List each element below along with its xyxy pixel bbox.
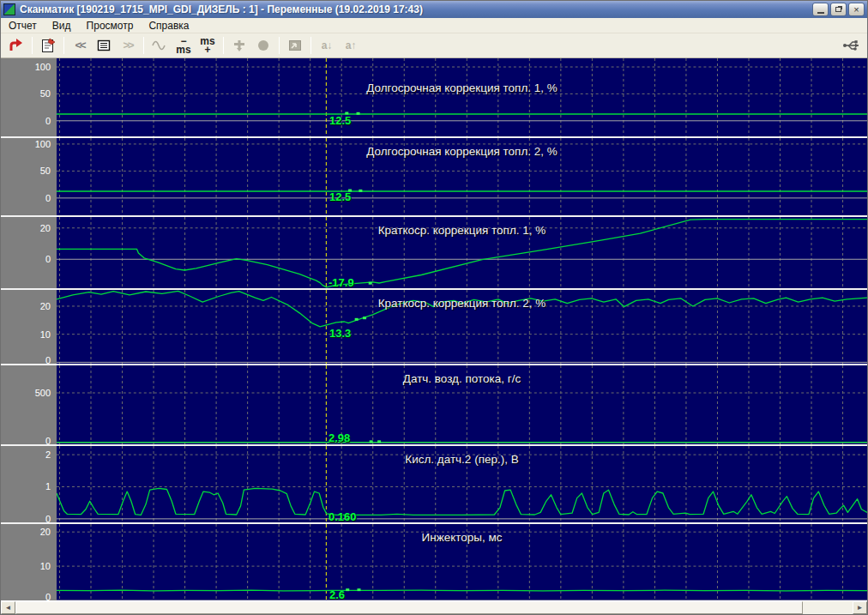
scrollbar-thumb[interactable] <box>15 601 803 614</box>
prev-screen-button[interactable]: << <box>69 35 91 56</box>
y-axis-tick: 0 <box>45 192 51 204</box>
menu-view[interactable]: Вид <box>45 19 79 33</box>
y-axis-gutter-3: 200 <box>1 217 57 288</box>
plus-icon: + <box>204 44 210 56</box>
close-button[interactable]: × <box>848 3 865 16</box>
plot-region-7[interactable]: Инжекторы, мс2.6 <box>57 524 867 600</box>
menu-help[interactable]: Справка <box>141 19 196 33</box>
chart-panel-3: 200Краткоср. коррекция топл. 1, %-17.9 <box>1 217 867 290</box>
crosshair-marker-icon <box>232 39 246 52</box>
font-smaller-icon: a↓ <box>322 41 333 50</box>
chart-panel-2: 100500Долгосрочная коррекция топл. 2, %1… <box>1 138 867 217</box>
image-export-icon <box>288 39 302 51</box>
red-return-arrow-icon <box>9 39 24 52</box>
record-circle-icon <box>256 39 270 52</box>
signal-trace <box>57 590 867 591</box>
chart-panel-7: 20100Инжекторы, мс2.6 <box>1 524 867 600</box>
chart-panel-5: 5000Датч. возд. потока, г/с2.98 <box>1 365 867 446</box>
time-scale-out-button[interactable]: −ms <box>172 35 195 56</box>
snapshot-button[interactable] <box>284 35 306 56</box>
font-larger-button[interactable]: a↑ <box>340 35 362 56</box>
usb-status-button[interactable] <box>841 35 863 56</box>
y-axis-tick: 50 <box>40 87 51 99</box>
scroll-right-button[interactable]: ► <box>853 601 867 614</box>
next-icon: >> <box>123 41 132 50</box>
menu-report[interactable]: Отчет <box>1 19 45 33</box>
toolbar: << >> −ms ms+ <box>1 33 867 58</box>
wave-icon <box>152 39 167 51</box>
y-axis-tick: 20 <box>40 222 51 234</box>
restore-button[interactable] <box>830 3 847 16</box>
y-axis-tick: 20 <box>40 300 51 312</box>
exit-button[interactable] <box>5 35 27 56</box>
y-axis-tick: 10 <box>40 560 51 572</box>
y-axis-tick: 0 <box>45 354 51 366</box>
title-bar: Сканматик [190219_1715_MPI_GDI_ДИЗЕЛЬ : … <box>1 1 867 18</box>
y-axis-gutter-7: 20100 <box>1 524 57 600</box>
y-axis-gutter-4: 20100 <box>1 290 57 364</box>
wave-button[interactable] <box>148 35 171 56</box>
y-axis-gutter-6: 210 <box>1 446 57 522</box>
y-axis-tick: 0 <box>45 513 51 525</box>
toolbar-separator <box>32 37 33 54</box>
toolbar-separator <box>310 37 311 54</box>
y-axis-tick: 1 <box>45 480 51 492</box>
toolbar-separator <box>223 37 224 54</box>
y-axis-tick: 20 <box>40 526 51 538</box>
toolbar-separator <box>279 37 280 54</box>
horizontal-scrollbar: ◄ ► <box>1 600 867 614</box>
plot-region-3[interactable]: Краткоср. коррекция топл. 1, %-17.9 <box>57 217 867 288</box>
app-window: Сканматик [190219_1715_MPI_GDI_ДИЗЕЛЬ : … <box>0 0 868 615</box>
prev-icon: << <box>75 41 84 50</box>
y-axis-gutter-5: 5000 <box>1 365 57 444</box>
chart-panel-4: 20100Краткоср. коррекция топл. 2, %13.3 <box>1 290 867 365</box>
y-axis-tick: 0 <box>45 435 51 447</box>
notepad-icon <box>41 38 56 53</box>
chart-panel-6: 210Кисл. датч.2 (пер.), В0.160 <box>1 446 867 524</box>
signal-trace <box>57 220 867 287</box>
y-axis-tick: 10 <box>40 329 51 341</box>
usb-connector-icon <box>842 38 861 53</box>
scroll-left-icon: ◄ <box>5 604 12 612</box>
scroll-left-button[interactable]: ◄ <box>1 601 15 614</box>
menu-browse[interactable]: Просмотр <box>79 19 142 33</box>
marker-button[interactable] <box>228 35 250 56</box>
minimize-icon <box>817 12 824 14</box>
list-icon <box>97 39 111 51</box>
y-axis-tick: 100 <box>35 61 51 73</box>
app-icon <box>3 3 15 15</box>
window-title: Сканматик [190219_1715_MPI_GDI_ДИЗЕЛЬ : … <box>20 3 811 15</box>
plot-region-2[interactable]: Долгосрочная коррекция топл. 2, %12.5 <box>57 138 867 215</box>
time-scale-in-button[interactable]: ms+ <box>196 35 219 56</box>
y-axis-tick: 50 <box>40 165 51 177</box>
restore-icon <box>835 7 841 12</box>
close-icon: × <box>853 5 859 15</box>
chart-panel-1: 100500Долгосрочная коррекция топл. 1, %1… <box>1 58 867 138</box>
toolbar-separator <box>63 37 64 54</box>
minimize-button[interactable] <box>812 3 829 16</box>
plot-region-1[interactable]: Долгосрочная коррекция топл. 1, %12.5 <box>57 58 867 136</box>
next-screen-button[interactable]: >> <box>117 35 139 56</box>
chart-area: +4:20.000 5 s/div 100500Долгосрочная кор… <box>1 58 867 600</box>
y-axis-tick: 100 <box>35 138 51 150</box>
y-axis-tick: 500 <box>35 387 51 399</box>
signal-trace <box>57 291 867 327</box>
signal-trace <box>57 488 867 515</box>
list-button[interactable] <box>93 35 115 56</box>
plot-region-5[interactable]: Датч. возд. потока, г/с2.98 <box>57 365 867 444</box>
plot-region-4[interactable]: Краткоср. коррекция топл. 2, %13.3 <box>57 290 867 364</box>
report-button[interactable] <box>37 35 59 56</box>
y-axis-tick: 2 <box>45 449 51 461</box>
toolbar-separator <box>143 37 144 54</box>
record-button[interactable] <box>252 35 274 56</box>
menu-bar: Отчет Вид Просмотр Справка <box>1 18 867 33</box>
y-axis-tick: 0 <box>45 115 51 127</box>
plot-region-6[interactable]: Кисл. датч.2 (пер.), В0.160 <box>57 446 867 522</box>
y-axis-gutter-1: 100500 <box>1 58 57 136</box>
font-smaller-button[interactable]: a↓ <box>316 35 338 56</box>
y-axis-tick: 0 <box>45 253 51 265</box>
font-larger-icon: a↑ <box>346 41 357 50</box>
scroll-right-icon: ► <box>857 604 864 612</box>
y-axis-gutter-2: 100500 <box>1 138 57 215</box>
